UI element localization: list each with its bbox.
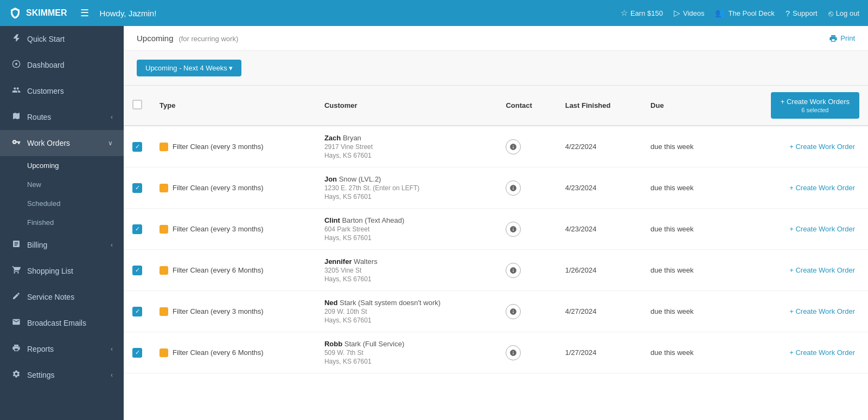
type-text: Filter Clean (every 6 Months) (173, 348, 264, 357)
sidebar-item-reports-label: Reports (27, 345, 105, 353)
table-row: ✓Filter Clean (every 6 Months)Jennifer W… (124, 250, 868, 291)
due-status: due this week (642, 126, 724, 167)
create-work-order-row-button-0[interactable]: + Create Work Order (785, 140, 859, 153)
type-text: Filter Clean (every 6 Months) (173, 266, 264, 274)
sidebar-item-shopping-list[interactable]: Shopping List (0, 258, 124, 284)
contact-info-button-2[interactable] (506, 222, 521, 237)
row-checkbox-2[interactable]: ✓ (132, 224, 142, 234)
type-color-indicator (159, 143, 168, 151)
table-row: ✓Filter Clean (every 3 months)Ned Stark … (124, 291, 868, 332)
create-work-order-row-button-3[interactable]: + Create Work Order (785, 264, 859, 276)
contact-info-button-1[interactable] (506, 180, 521, 196)
customer-last-name: Stark (Full Service) (344, 340, 405, 348)
sidebar: Quick Start Dashboard Customers Routes ‹ (0, 26, 124, 420)
type-color-indicator (159, 225, 168, 234)
sidebar-sub-upcoming[interactable]: Upcoming (0, 156, 124, 175)
row-checkbox-3[interactable]: ✓ (132, 266, 142, 275)
create-work-order-row-button-5[interactable]: + Create Work Order (785, 346, 859, 359)
reports-icon (11, 344, 22, 354)
contact-info-button-4[interactable] (506, 304, 521, 319)
customer-address1: 604 Park Street (324, 225, 489, 233)
due-header: Due (642, 86, 724, 126)
create-work-orders-button[interactable]: + Create Work Orders 6 selected (771, 92, 859, 119)
contact-header: Contact (497, 86, 556, 126)
contact-info-button-0[interactable] (506, 139, 521, 154)
sidebar-item-shopping-list-label: Shopping List (27, 267, 113, 275)
last-finished-date: 4/27/2024 (557, 291, 642, 332)
customer-last-name: Stark (Salt system doesn't work) (340, 299, 441, 307)
logout-icon: ⎋ (828, 9, 833, 18)
sidebar-item-service-notes[interactable]: Service Notes (0, 284, 124, 310)
sidebar-item-broadcast-emails[interactable]: Broadcast Emails (0, 310, 124, 336)
page-title: Upcoming (for recurring work) (137, 34, 238, 43)
sidebar-item-routes[interactable]: Routes ‹ (0, 104, 124, 130)
logo-icon (9, 7, 22, 20)
hamburger-menu[interactable]: ☰ (80, 7, 89, 19)
app-logo: SKIMMER (9, 7, 67, 20)
page-header: Upcoming (for recurring work) Print (124, 26, 868, 51)
last-finished-header: Last Finished (557, 86, 642, 126)
filter-bar: Upcoming - Next 4 Weeks ▾ (124, 51, 868, 86)
type-header: Type (151, 86, 316, 126)
sidebar-item-customers[interactable]: Customers (0, 78, 124, 104)
sidebar-item-work-orders[interactable]: Work Orders ∨ (0, 130, 124, 156)
sidebar-item-dashboard-label: Dashboard (27, 61, 113, 69)
svg-point-1 (15, 63, 17, 65)
due-status: due this week (642, 209, 724, 250)
sidebar-sub-scheduled[interactable]: Scheduled (0, 194, 124, 213)
play-icon: ▷ (674, 8, 680, 18)
contact-info-button-3[interactable] (506, 263, 521, 278)
customer-first-name: Jon (324, 175, 339, 183)
contact-info-button-5[interactable] (506, 345, 521, 360)
customer-header: Customer (316, 86, 497, 126)
star-icon: ☆ (621, 8, 628, 18)
pool-deck-link[interactable]: 👥 The Pool Deck (715, 8, 774, 18)
row-checkbox-0[interactable]: ✓ (132, 142, 142, 152)
last-finished-date: 1/27/2024 (557, 332, 642, 373)
create-work-order-row-button-1[interactable]: + Create Work Order (785, 182, 859, 194)
print-link[interactable]: Print (829, 34, 855, 43)
quick-start-icon (11, 34, 22, 44)
last-finished-date: 4/22/2024 (557, 126, 642, 167)
customer-address2: Hays, KS 67601 (324, 193, 489, 201)
dashboard-icon (11, 60, 22, 70)
table-row: ✓Filter Clean (every 3 months)Zach Bryan… (124, 126, 868, 167)
logout-link[interactable]: ⎋ Log out (828, 9, 859, 18)
due-status: due this week (642, 291, 724, 332)
table-row: ✓Filter Clean (every 3 months)Clint Bart… (124, 209, 868, 250)
sidebar-item-routes-label: Routes (27, 113, 105, 121)
sidebar-item-settings[interactable]: Settings ‹ (0, 362, 124, 388)
customer-address2: Hays, KS 67601 (324, 152, 489, 159)
select-all-checkbox[interactable] (132, 100, 142, 109)
sidebar-item-work-orders-label: Work Orders (27, 139, 103, 147)
broadcast-emails-icon (11, 318, 22, 328)
sidebar-item-customers-label: Customers (27, 87, 113, 95)
customer-address1: 509 W. 7th St (324, 349, 489, 357)
sidebar-item-quick-start[interactable]: Quick Start (0, 26, 124, 52)
billing-arrow: ‹ (111, 241, 113, 249)
type-color-indicator (159, 184, 168, 192)
support-link[interactable]: ? Support (786, 9, 818, 18)
sidebar-sub-finished[interactable]: Finished (0, 213, 124, 232)
earn-link[interactable]: ☆ Earn $150 (621, 8, 663, 18)
top-nav-right: ☆ Earn $150 ▷ Videos 👥 The Pool Deck ? S… (621, 8, 859, 18)
last-finished-date: 4/23/2024 (557, 209, 642, 250)
table-row: ✓Filter Clean (every 6 Months)Robb Stark… (124, 332, 868, 373)
sidebar-sub-new[interactable]: New (0, 175, 124, 194)
sidebar-item-dashboard[interactable]: Dashboard (0, 52, 124, 78)
sidebar-item-quick-start-label: Quick Start (27, 35, 113, 43)
sidebar-item-reports[interactable]: Reports ‹ (0, 336, 124, 362)
videos-link[interactable]: ▷ Videos (674, 8, 705, 18)
customer-last-name: Walters (354, 257, 378, 266)
content-area: Upcoming (for recurring work) Print Upco… (124, 26, 868, 420)
greeting-text: Howdy, Jazmin! (100, 9, 612, 18)
row-checkbox-1[interactable]: ✓ (132, 183, 142, 193)
row-checkbox-5[interactable]: ✓ (132, 348, 142, 358)
due-status: due this week (642, 332, 724, 373)
create-work-order-row-button-2[interactable]: + Create Work Order (785, 223, 859, 235)
create-work-order-row-button-4[interactable]: + Create Work Order (785, 305, 859, 318)
filter-button[interactable]: Upcoming - Next 4 Weeks ▾ (137, 60, 241, 76)
row-checkbox-4[interactable]: ✓ (132, 307, 142, 316)
settings-arrow: ‹ (111, 371, 113, 379)
sidebar-item-billing[interactable]: Billing ‹ (0, 232, 124, 258)
